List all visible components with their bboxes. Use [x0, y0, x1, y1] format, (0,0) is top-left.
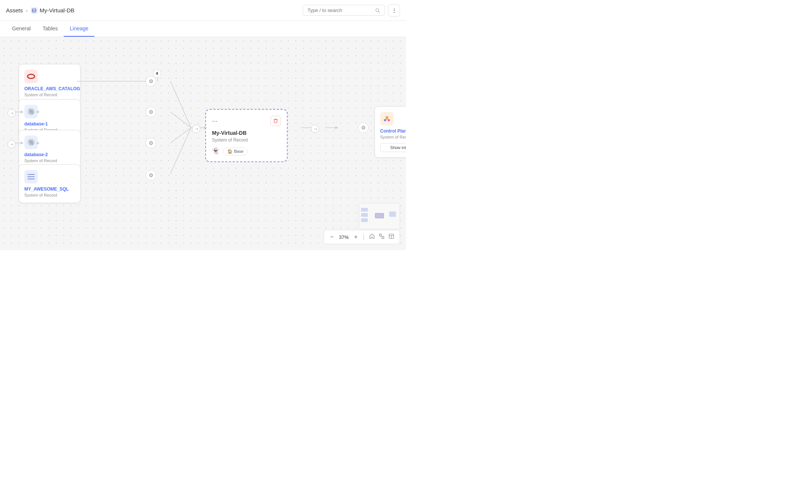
breadcrumb-db: My-Virtual-DB — [31, 7, 75, 14]
collapse-handle-left-top[interactable]: ⊣ — [7, 109, 16, 117]
svg-line-8 — [170, 128, 191, 143]
svg-point-25 — [385, 116, 388, 119]
center-node-header: ··· — [212, 116, 281, 126]
db1-node-icon: 🐘 — [24, 105, 38, 118]
search-icon — [375, 8, 380, 13]
search-box[interactable] — [303, 5, 385, 16]
svg-line-7 — [170, 112, 191, 128]
mini-node-2 — [361, 213, 368, 217]
db-icon — [31, 7, 37, 14]
right-node: Control Plane E2E System of Record Show … — [375, 106, 406, 158]
delete-icon — [273, 118, 278, 124]
home-icon: 🏠 — [227, 149, 233, 154]
mini-map — [359, 203, 400, 229]
sql-node: MY_AWESOME_SQL System of Record — [19, 164, 81, 203]
zoom-in-button[interactable]: + — [353, 233, 359, 241]
right-node-icon — [380, 112, 394, 125]
sql-node-type: System of Record — [24, 193, 75, 197]
oracle-node-name[interactable]: ORACLE_AWS_CATALOG — [24, 86, 75, 91]
breadcrumb-db-name: My-Virtual-DB — [40, 7, 75, 13]
svg-rect-30 — [379, 234, 381, 236]
oracle-node-icon — [24, 70, 38, 83]
tab-general[interactable]: General — [6, 21, 37, 37]
header-left: Assets › My-Virtual-DB — [6, 7, 75, 14]
search-input[interactable] — [307, 7, 372, 13]
collapse-handle-center-left[interactable]: ⊣ — [192, 125, 200, 133]
zoom-home-button[interactable] — [368, 233, 376, 242]
panel-icon — [388, 233, 394, 239]
db2-node-icon: 🐘 — [24, 136, 38, 149]
oracle-node-type: System of Record — [24, 92, 75, 97]
center-node-delete[interactable] — [270, 116, 281, 126]
mini-node-center — [375, 213, 384, 218]
svg-line-6 — [170, 81, 191, 128]
gear-sql[interactable]: ⚙ — [146, 170, 156, 180]
svg-rect-31 — [382, 237, 384, 239]
svg-text:🐘: 🐘 — [28, 109, 35, 115]
right-node-type: System of Record — [380, 135, 406, 139]
db2-node-name[interactable]: database-2 — [24, 152, 75, 157]
breadcrumb-separator: › — [26, 7, 28, 13]
gear-center-right[interactable]: ⚙ — [358, 122, 369, 133]
mini-node-1 — [361, 208, 368, 212]
svg-text:🐘: 🐘 — [28, 139, 35, 146]
more-options-button[interactable]: ⋮ — [388, 4, 400, 16]
zoom-out-button[interactable]: − — [328, 233, 335, 241]
lineage-canvas: ⊣ ⊣ ORACLE_AWS_CATALOG System of Record … — [0, 37, 406, 250]
db2-node-type: System of Record — [24, 158, 75, 163]
svg-marker-18 — [335, 126, 338, 129]
ghost-icon: 👻 — [212, 147, 220, 155]
tab-tables[interactable]: Tables — [37, 21, 64, 37]
header: Assets › My-Virtual-DB ⋮ — [0, 0, 406, 21]
right-node-name[interactable]: Control Plane E2E — [380, 128, 406, 134]
show-jobs-button[interactable]: Show internal jobs (5) — [380, 143, 406, 152]
base-label: Base — [234, 149, 243, 154]
center-node-more[interactable]: ··· — [212, 117, 218, 125]
zoom-controls: − 37% + | — [324, 230, 400, 244]
center-node: ··· My-Virtual-DB System of Record 👻 🏠 B… — [205, 109, 288, 162]
collapse-handle-center-right[interactable]: ⊣ — [311, 125, 319, 133]
connection-badge: 4 — [153, 69, 161, 78]
sql-node-name[interactable]: MY_AWESOME_SQL — [24, 186, 75, 192]
mini-node-3 — [361, 218, 368, 222]
sql-node-icon — [24, 170, 38, 183]
gear-db1[interactable]: ⚙ — [146, 107, 156, 117]
svg-line-9 — [170, 128, 191, 174]
center-node-type: System of Record — [212, 137, 281, 143]
zoom-panel-button[interactable] — [388, 233, 395, 242]
center-node-name: My-Virtual-DB — [212, 130, 281, 136]
collapse-handle-left-bottom[interactable]: ⊣ — [7, 140, 16, 148]
fit-icon — [379, 233, 385, 239]
zoom-level: 37% — [337, 234, 351, 240]
home-zoom-icon — [369, 233, 375, 239]
svg-point-0 — [32, 9, 36, 10]
gear-db2[interactable]: ⚙ — [146, 138, 156, 148]
mini-map-inner — [359, 203, 400, 229]
db1-node-name[interactable]: database-1 — [24, 121, 75, 127]
breadcrumb-assets[interactable]: Assets — [6, 7, 23, 13]
center-node-footer: 👻 🏠 Base — [212, 147, 281, 155]
gear-oracle[interactable]: ⚙ — [146, 76, 156, 86]
zoom-divider: | — [363, 234, 364, 240]
tabs-bar: General Tables Lineage — [0, 21, 406, 37]
base-badge[interactable]: 🏠 Base — [223, 148, 248, 155]
db2-node: 🐘 database-2 System of Record — [19, 130, 81, 168]
tab-lineage[interactable]: Lineage — [64, 21, 94, 37]
header-right: ⋮ — [303, 4, 400, 16]
oracle-node: ORACLE_AWS_CATALOG System of Record — [19, 64, 81, 103]
zoom-fit-button[interactable] — [378, 233, 385, 242]
svg-line-2 — [379, 11, 380, 12]
mini-node-right — [389, 212, 396, 217]
